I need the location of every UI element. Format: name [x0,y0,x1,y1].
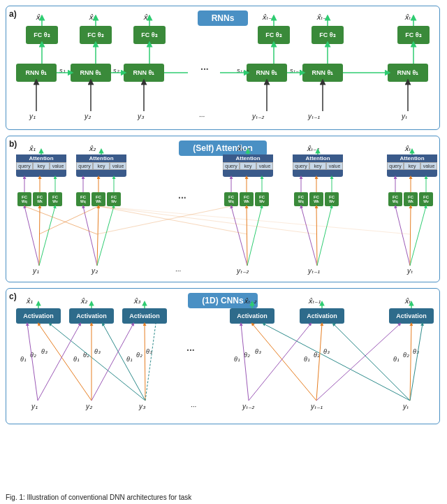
svg-line-80 [241,324,249,401]
fc-box-1: FC θ₂ [26,26,58,44]
fc-s4-1: FCWq [294,192,308,206]
svg-line-53 [410,206,426,266]
fc-s5-1: FCWq [388,192,402,206]
svg-line-39 [24,206,39,266]
yt-label-rnn: yₜ [402,113,407,120]
svg-line-64 [98,206,410,234]
svg-line-44 [97,206,114,266]
yt2-label-rnn: yₜ₋₂ [252,113,264,120]
xhat1-cnn: x̂₁ [26,297,33,305]
yt2-label-attn: yₜ₋₂ [237,267,249,275]
theta5-2: θ₂ [314,352,320,359]
theta2-1: θ₁ [73,356,80,363]
y2-label-cnn: y₂ [86,403,92,410]
activation-box-4: Activation [230,308,274,324]
svg-line-60 [39,206,98,234]
fc-s4-2: FCWk [309,192,323,206]
theta3-2: θ₂ [136,352,142,359]
attention-section: (Self) Attention b) x̂₁ x̂₂ x̂ₜ₋₂ x̂ₜ₋₁ … [6,136,440,282]
attention-box-2: Attention query key value [76,154,126,177]
xhat-t-attn: x̂ₜ [404,145,411,152]
fc-s3-3: FCWv [255,192,269,206]
fc-s1-1: FCWq [17,192,31,206]
svg-line-72 [38,324,91,401]
st2-label: sₜ₋₂ [237,67,249,74]
svg-line-52 [410,206,411,266]
theta4-3: θ₃ [255,348,261,355]
attention-box-3: Attention query key value [223,154,273,177]
svg-line-40 [39,206,40,266]
attention-box-4: Attention query key value [293,154,343,177]
theta6-2: θ₂ [403,352,409,359]
activation-box-1: Activation [16,308,61,324]
xhat2-cnn: x̂₂ [80,297,87,305]
xhat-t-cnn: x̂ₜ [404,297,411,305]
yt1-label-cnn: yₜ₋₁ [311,403,323,410]
theta3-3: θ₃ [146,348,152,355]
svg-line-84 [316,324,322,401]
fc-s5-2: FCWk [404,192,418,206]
svg-line-41 [39,206,55,266]
activation-box-3: Activation [122,308,167,324]
fc-box-3: FC θ₂ [133,26,166,44]
svg-line-62 [98,206,247,234]
attention-box-5: Attention query key value [387,154,437,177]
section-b-label: b) [9,139,17,149]
activation-box-2: Activation [69,308,114,324]
fc-s4-3: FCWv [325,192,339,206]
svg-line-82 [263,324,410,401]
xhat-t2-attn: x̂ₜ₋₂ [237,145,249,152]
xhat2-rnn: x̂₂ [89,13,96,21]
activation-box-5: Activation [300,308,344,324]
yt1-label-rnn: yₜ₋₁ [308,113,320,120]
theta1-2: θ₂ [30,352,36,359]
xhat-t1-rnn: x̂ₜ₋₁ [316,13,329,21]
svg-line-88 [410,324,423,401]
rnn-box-2: RNN θ₁ [71,64,111,82]
theta2-3: θ₃ [94,348,101,355]
attn-dots: ··· [178,192,186,203]
fc-box-2: FC θ₂ [80,26,112,44]
svg-line-47 [247,206,262,266]
fc-s5-3: FCWv [419,192,433,206]
svg-line-76 [103,324,145,401]
svg-line-61 [97,206,231,234]
yt-label-attn: yₜ [407,267,413,275]
ydots-cnn: ··· [191,403,196,410]
rnn-box-3: RNN θ₁ [124,64,164,82]
xhat-t2-cnn: x̂ₜ₋₂ [244,297,256,305]
rnn-header: RNNs [198,10,249,26]
svg-line-48 [301,206,317,266]
attention-header: (Self) Attention [179,141,267,156]
theta6-1: θ₁ [393,356,400,363]
xhat2-attn: x̂₂ [89,145,96,152]
attention-box-1: Attention query key value [16,154,66,177]
theta4-1: θ₁ [234,356,240,363]
fc-s2-2: FCWk [91,192,105,206]
activation-box-6: Activation [389,308,434,324]
xhat3-rnn: x̂₃ [143,13,150,21]
theta1-3: θ₃ [41,348,47,355]
svg-line-50 [317,206,332,266]
theta5-1: θ₁ [304,356,310,363]
y1-label-attn: y₁ [33,267,39,275]
st1-label: sₜ₋₁ [290,67,302,74]
s2-label: s₂ [113,67,119,74]
rnn-box-4: RNN θ₁ [247,64,287,82]
ydots-label-rnn: ··· [199,113,205,120]
svg-line-49 [316,206,317,266]
svg-line-78 [145,324,145,401]
fc-box-6: FC θ₂ [397,26,430,44]
fc-box-5: FC θ₂ [312,26,344,44]
svg-line-87 [410,324,411,401]
fc-s2-1: FCWq [76,192,90,206]
fc-s2-3: FCWv [107,192,121,206]
xhat-t-rnn: x̂ₜ [404,13,411,21]
y2-label-attn: y₂ [91,267,98,275]
theta6-3: θ₃ [413,348,419,355]
rnn-box-6: RNN θ₁ [388,64,428,82]
svg-line-43 [97,206,98,266]
svg-line-71 [27,324,38,401]
svg-line-79 [145,324,156,401]
yt-label-cnn: yₜ [403,403,409,410]
